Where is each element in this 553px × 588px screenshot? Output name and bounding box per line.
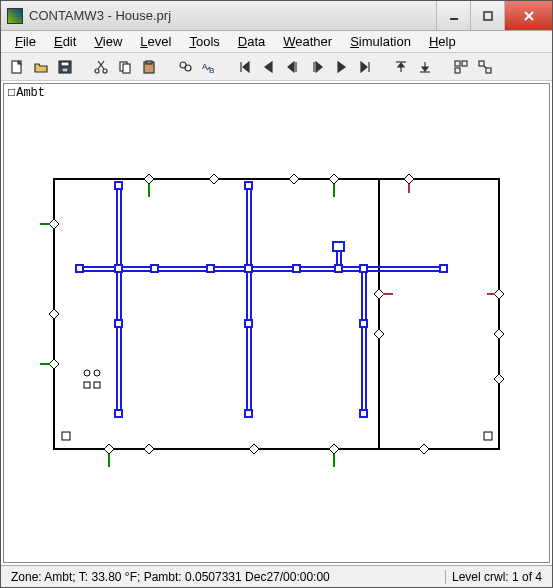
svg-rect-37 <box>462 61 467 66</box>
menu-tools[interactable]: Tools <box>181 32 227 51</box>
svg-marker-85 <box>289 174 299 184</box>
svg-marker-106 <box>329 444 339 454</box>
svg-marker-22 <box>265 62 272 72</box>
status-zone-info: Zone: Ambt; T: 33.80 °F; Pambt: 0.050733… <box>5 570 446 584</box>
floorplan-svg <box>4 84 549 564</box>
level-down-icon <box>417 59 433 75</box>
svg-marker-102 <box>104 444 114 454</box>
open-file-button[interactable] <box>31 57 51 77</box>
menu-help[interactable]: Help <box>421 32 464 51</box>
save-button[interactable] <box>55 57 75 77</box>
paste-button[interactable] <box>139 57 159 77</box>
svg-rect-36 <box>455 61 460 66</box>
prev-icon <box>261 59 277 75</box>
svg-point-49 <box>94 370 100 376</box>
close-button[interactable] <box>504 1 552 30</box>
next-step-button[interactable] <box>307 57 327 77</box>
svg-marker-21 <box>243 62 249 72</box>
svg-marker-95 <box>494 289 504 299</box>
svg-rect-71 <box>245 265 252 272</box>
last-icon <box>357 59 373 75</box>
svg-marker-93 <box>49 359 59 369</box>
svg-rect-13 <box>123 64 130 73</box>
paste-icon <box>141 59 157 75</box>
menu-data[interactable]: Data <box>230 32 273 51</box>
first-icon <box>237 59 253 75</box>
svg-marker-23 <box>288 62 294 72</box>
zone-markers <box>62 370 492 440</box>
svg-rect-73 <box>335 265 342 272</box>
svg-rect-7 <box>62 68 68 72</box>
svg-rect-79 <box>245 410 252 417</box>
svg-marker-108 <box>419 444 429 454</box>
svg-marker-86 <box>329 174 339 184</box>
svg-line-41 <box>484 66 486 68</box>
menu-simulation[interactable]: Simulation <box>342 32 419 51</box>
svg-rect-74 <box>360 265 367 272</box>
find-button[interactable] <box>175 57 195 77</box>
svg-rect-76 <box>245 320 252 327</box>
window-title: CONTAMW3 - House.prj <box>29 8 436 23</box>
svg-point-11 <box>103 69 107 73</box>
status-level-info: Level crwl: 1 of 4 <box>446 570 548 584</box>
svg-rect-77 <box>360 320 367 327</box>
menu-view[interactable]: View <box>86 32 130 51</box>
svg-marker-101 <box>374 329 384 339</box>
svg-marker-82 <box>144 174 154 184</box>
menu-level[interactable]: Level <box>132 32 179 51</box>
drawing-canvas[interactable]: Ambt <box>3 83 550 563</box>
statusbar: Zone: Ambt; T: 33.80 °F; Pambt: 0.050733… <box>1 565 552 587</box>
titlebar: CONTAMW3 - House.prj <box>1 1 552 31</box>
save-icon <box>57 59 73 75</box>
svg-rect-81 <box>333 242 344 251</box>
new-file-button[interactable] <box>7 57 27 77</box>
svg-rect-68 <box>115 265 122 272</box>
svg-marker-97 <box>494 329 504 339</box>
maximize-button[interactable] <box>470 1 504 30</box>
prev-step-icon <box>285 59 301 75</box>
toolbar: AB <box>1 53 552 81</box>
toggle-snap-button[interactable] <box>475 57 495 77</box>
level-down-button[interactable] <box>415 57 435 77</box>
svg-rect-39 <box>479 61 484 66</box>
svg-rect-75 <box>115 320 122 327</box>
prev-step-button[interactable] <box>283 57 303 77</box>
svg-marker-27 <box>338 62 345 72</box>
prev-button[interactable] <box>259 57 279 77</box>
svg-marker-92 <box>49 309 59 319</box>
cut-button[interactable] <box>91 57 111 77</box>
svg-point-17 <box>185 65 191 71</box>
svg-rect-40 <box>486 68 491 73</box>
first-button[interactable] <box>235 57 255 77</box>
duct-network <box>76 182 447 417</box>
next-icon <box>333 59 349 75</box>
svg-marker-104 <box>144 444 154 454</box>
copy-button[interactable] <box>115 57 135 77</box>
next-step-icon <box>309 59 325 75</box>
window-buttons <box>436 1 552 30</box>
last-button[interactable] <box>355 57 375 77</box>
open-file-icon <box>33 59 49 75</box>
find-icon <box>177 59 193 75</box>
svg-rect-65 <box>440 265 447 272</box>
svg-marker-88 <box>404 174 414 184</box>
next-button[interactable] <box>331 57 351 77</box>
toggle-grid-icon <box>453 59 469 75</box>
svg-marker-84 <box>209 174 219 184</box>
svg-rect-67 <box>245 182 252 189</box>
svg-rect-66 <box>115 182 122 189</box>
maximize-icon <box>483 11 493 21</box>
svg-rect-15 <box>146 61 152 64</box>
menu-weather[interactable]: Weather <box>275 32 340 51</box>
menu-file[interactable]: File <box>7 32 44 51</box>
svg-rect-72 <box>293 265 300 272</box>
app-icon <box>7 8 23 24</box>
level-up-button[interactable] <box>391 57 411 77</box>
minimize-button[interactable] <box>436 1 470 30</box>
find-replace-button[interactable]: AB <box>199 57 219 77</box>
menubar: FileEditViewLevelToolsDataWeatherSimulat… <box>1 31 552 53</box>
toggle-grid-button[interactable] <box>451 57 471 77</box>
svg-marker-98 <box>494 374 504 384</box>
svg-rect-47 <box>94 382 100 388</box>
menu-edit[interactable]: Edit <box>46 32 84 51</box>
